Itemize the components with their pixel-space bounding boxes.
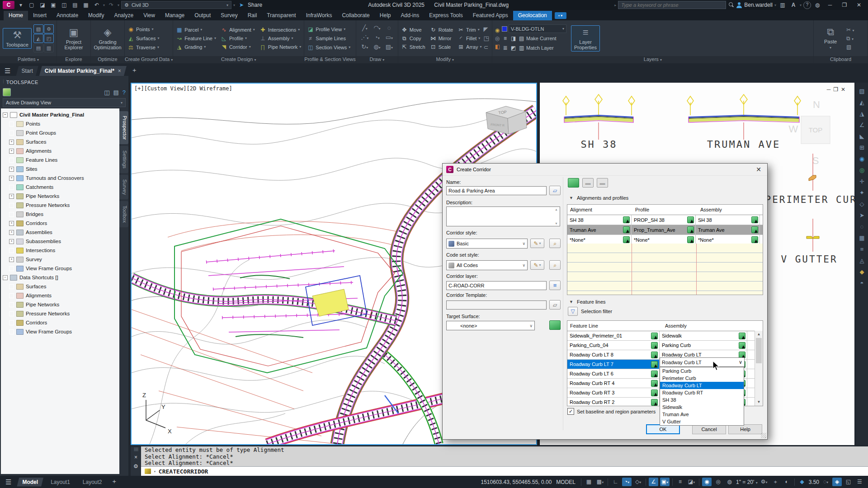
side-tab-settings[interactable]: Settings xyxy=(119,146,128,173)
pick-feature-icon[interactable] xyxy=(651,371,658,377)
rectangle-tool-icon[interactable]: ▭▾ xyxy=(383,34,395,43)
tc-point-object-icon[interactable]: ✛ xyxy=(858,178,866,186)
workspace-selector[interactable]: ⚙ Civil 3D ▾ xyxy=(121,1,231,9)
pick-assembly-icon[interactable] xyxy=(751,236,758,243)
annotation-scale-value[interactable]: 1" = 20' ▾ xyxy=(736,479,758,485)
ribbon-options-button[interactable]: ▪ ▾ xyxy=(555,12,566,19)
signed-in-user[interactable]: Ben.wardell xyxy=(744,2,773,8)
tree-item-catchments[interactable]: Catchments xyxy=(3,183,119,192)
parcel-dropdown[interactable]: ▦Parcel▾ xyxy=(176,25,216,34)
pipe-network-dropdown[interactable]: ∏Pipe Network▾ xyxy=(259,42,301,51)
layer-select-button[interactable]: ≡ xyxy=(549,281,561,290)
share-icon[interactable]: ➤ xyxy=(237,2,246,8)
add-baseline-button[interactable] xyxy=(568,178,579,188)
pick-feature-icon[interactable] xyxy=(651,399,658,406)
target-surface-dropdown[interactable]: <none>∨ xyxy=(446,321,535,330)
tc-profile-station-icon[interactable]: ◬ xyxy=(858,257,866,265)
panel-label-palettes[interactable]: Palettes ▾ xyxy=(0,56,57,63)
tab-collaborate[interactable]: Collaborate xyxy=(337,11,374,20)
tree-item-ds-corridors[interactable]: Corridors xyxy=(3,318,119,327)
code-set-style-dropdown[interactable]: All Codes∨ xyxy=(446,260,528,270)
pick-assembly-icon[interactable] xyxy=(739,342,745,349)
viewport-close-icon[interactable]: ✕ xyxy=(841,86,848,93)
match-layer-button[interactable]: Match Layer xyxy=(526,45,554,51)
tab-infraworks[interactable]: InfraWorks xyxy=(301,11,337,20)
tc-cursor-icon[interactable]: ➤ xyxy=(858,211,866,220)
isometric-drafting-icon[interactable]: ◇▾ xyxy=(633,478,643,486)
app-menu-button[interactable]: C xyxy=(3,1,14,9)
panel-label-modify[interactable]: Modify ▾ xyxy=(398,56,492,63)
window-minimize-icon[interactable]: ─ xyxy=(824,2,836,8)
assembly-dropdown[interactable]: ⊥Assembly▾ xyxy=(259,34,301,42)
rotate-button[interactable]: ↻Rotate xyxy=(430,25,453,34)
cut-icon[interactable]: ✂ ▾ xyxy=(846,27,854,33)
tree-item-subassemblies[interactable]: +Subassemblies xyxy=(3,237,119,246)
tree-item-pressure-networks[interactable]: Pressure Networks xyxy=(3,201,119,210)
copy-button[interactable]: ⧉Copy xyxy=(401,34,425,42)
pick-alignment-icon[interactable] xyxy=(623,236,630,243)
ortho-mode-icon[interactable]: ∟ xyxy=(611,478,620,486)
preview-toggle-icon[interactable]: ▤ xyxy=(113,89,118,96)
hardware-acceleration-icon[interactable]: ◈ xyxy=(832,478,842,486)
option-truman-ave[interactable]: Truman Ave xyxy=(660,411,744,418)
corridor-dropdown[interactable]: ◥Corridor▾ xyxy=(221,42,255,51)
tree-item-feature-lines[interactable]: Feature Lines xyxy=(3,155,119,164)
tab-layout1[interactable]: Layout1 xyxy=(45,478,75,487)
corridor-layer-field[interactable]: C-ROAD-CORR xyxy=(446,281,547,290)
viewport-controls-label[interactable]: [+][Custom View][2D Wireframe] xyxy=(134,85,232,92)
copy-clip-icon[interactable]: ⧉ ▾ xyxy=(846,35,854,42)
pick-target-surface-button[interactable] xyxy=(549,320,561,330)
tab-output[interactable]: Output xyxy=(189,11,216,20)
alignment-row-sh38[interactable]: SH 38 PROP_SH 38 SH 38 xyxy=(567,215,763,225)
pick-feature-icon[interactable] xyxy=(651,380,658,387)
tree-item-point-groups[interactable]: Point Groups xyxy=(3,128,119,137)
properties-palette-icon[interactable]: ▧ xyxy=(33,24,43,33)
construction-line-icon[interactable]: ⋰▾ xyxy=(359,34,371,43)
make-current-button[interactable]: Make Current xyxy=(526,36,557,41)
help-button[interactable]: Help xyxy=(728,424,762,434)
customize-wrench-icon[interactable]: ⚙ xyxy=(133,463,138,469)
option-v-gutter[interactable]: V Gutter xyxy=(660,418,744,425)
side-tab-survey[interactable]: Survey xyxy=(119,175,128,199)
layout-menu-icon[interactable]: ☰ xyxy=(5,478,11,486)
app-menu-arrow-icon[interactable]: ▾ xyxy=(16,2,25,8)
autodesk-access-arrow-icon[interactable]: ▾ xyxy=(800,3,802,7)
join-icon[interactable]: ⊂ xyxy=(483,44,489,51)
annotation-scale-icon[interactable]: ◍ xyxy=(725,478,734,486)
alignments-section-header[interactable]: ▼ Alignments and profiles xyxy=(569,195,628,201)
edit-code-set-button[interactable]: ✎▾ xyxy=(530,260,544,270)
line-tool-icon[interactable]: ╱▾ xyxy=(359,24,371,33)
col-assembly[interactable]: Assembly xyxy=(698,207,763,212)
tree-item-alignments[interactable]: +Alignments xyxy=(3,146,119,155)
layer-tools-icon-3[interactable]: ≣ xyxy=(502,45,509,51)
dialog-close-icon[interactable]: ✕ xyxy=(754,166,764,173)
tc-angle-icon[interactable]: ∠ xyxy=(858,121,866,129)
item-view-icon[interactable]: ◫ xyxy=(104,89,109,96)
match-properties-icon[interactable]: ▧ xyxy=(846,44,854,50)
layer-tools-icon-2[interactable]: ◨ xyxy=(510,35,517,42)
workspace-extra-arrow-icon[interactable]: ▾ xyxy=(233,3,235,7)
tree-root-drawing[interactable]: −Civil Master Parking_Final xyxy=(3,110,119,119)
user-menu-arrow-icon[interactable]: ▾ xyxy=(774,3,776,7)
col-assembly[interactable]: Assembly xyxy=(662,323,753,328)
tc-station-offset-icon[interactable]: ≡ xyxy=(858,245,866,253)
assembly-combo-open[interactable]: Roadway Curb LT∨ xyxy=(660,357,745,367)
new-layout-icon[interactable]: ＋ xyxy=(111,478,118,486)
tree-item-pipe-networks[interactable]: +Pipe Networks xyxy=(3,192,119,201)
model-space-toggle[interactable]: MODEL xyxy=(556,479,576,485)
project-explorer-button[interactable]: ▣ Project Explorer xyxy=(60,26,88,51)
tree-item-intersections[interactable]: Intersections xyxy=(3,246,119,255)
tc-table-icon[interactable]: ⊞ xyxy=(858,144,866,152)
polyline-tool-icon[interactable]: ↻▾ xyxy=(359,43,371,52)
dialog-title-bar[interactable]: C Create Corridor ✕ xyxy=(443,164,767,176)
workspace-switching-icon[interactable]: ⚙▾ xyxy=(760,478,769,486)
survey-palette-icon[interactable]: ◭ xyxy=(33,34,43,43)
app-store-cart-icon[interactable]: ▥ xyxy=(778,2,787,8)
pick-feature-icon[interactable] xyxy=(651,389,658,396)
scroll-up-icon[interactable]: ▲ xyxy=(555,208,558,211)
explode-icon[interactable]: ◳ xyxy=(483,35,489,42)
corridor-name-input[interactable] xyxy=(446,186,547,195)
tc-point-name-icon[interactable]: ✦ xyxy=(858,189,866,197)
option-parking-curb[interactable]: Parking Curb xyxy=(660,367,744,375)
stretch-button[interactable]: ⇱Stretch xyxy=(401,42,425,51)
